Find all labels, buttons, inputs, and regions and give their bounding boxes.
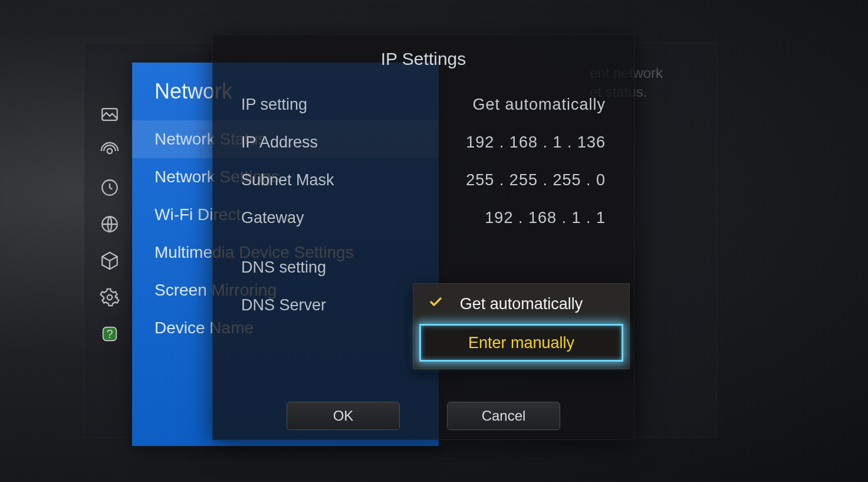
- value-ip-setting: Get automatically: [472, 96, 606, 114]
- gear-icon[interactable]: [97, 284, 123, 310]
- value-subnet-mask: 255 . 255 . 255 . 0: [466, 171, 606, 189]
- label-subnet-mask: Subnet Mask: [241, 171, 334, 189]
- dialog-title: IP Settings: [213, 49, 634, 69]
- value-gateway: 192 . 168 . 1 . 1: [485, 209, 606, 227]
- row-ip-setting[interactable]: IP setting Get automatically: [213, 86, 634, 123]
- dropdown-option-label: Enter manually: [468, 334, 574, 352]
- cube-icon[interactable]: [97, 248, 123, 274]
- picture-icon[interactable]: [97, 101, 123, 127]
- label-dns-setting: DNS setting: [241, 258, 326, 277]
- help-icon[interactable]: ?: [97, 321, 123, 347]
- clock-icon[interactable]: [97, 175, 123, 201]
- sidebar-icon-strip: ?: [92, 91, 127, 358]
- row-gateway[interactable]: Gateway 192 . 168 . 1 . 1: [213, 199, 634, 237]
- ip-settings-dialog: IP Settings IP setting Get automatically…: [212, 34, 634, 440]
- check-icon: [429, 295, 443, 313]
- svg-point-1: [107, 149, 113, 154]
- label-gateway: Gateway: [241, 209, 304, 227]
- svg-point-4: [107, 295, 113, 300]
- dropdown-option-get-automatically[interactable]: Get automatically: [419, 287, 623, 321]
- dropdown-option-enter-manually[interactable]: Enter manually: [419, 324, 623, 362]
- label-dns-server: DNS Server: [241, 296, 326, 314]
- dialog-button-row: OK Cancel: [213, 402, 634, 430]
- cancel-button[interactable]: Cancel: [447, 402, 560, 430]
- row-dns-setting[interactable]: DNS setting: [213, 248, 634, 286]
- dropdown-option-label: Get automatically: [460, 295, 583, 313]
- value-ip-address: 192 . 168 . 1 . 136: [466, 133, 606, 152]
- row-ip-address[interactable]: IP Address 192 . 168 . 1 . 136: [213, 123, 634, 161]
- label-ip-address: IP Address: [241, 133, 318, 152]
- svg-text:?: ?: [106, 327, 113, 340]
- row-subnet-mask[interactable]: Subnet Mask 255 . 255 . 255 . 0: [213, 161, 634, 199]
- label-ip-setting: IP setting: [241, 96, 307, 114]
- globe-icon[interactable]: [97, 211, 123, 237]
- broadcast-icon[interactable]: [97, 138, 123, 164]
- dns-setting-dropdown: Get automatically Enter manually: [413, 283, 630, 369]
- ok-button[interactable]: OK: [287, 402, 400, 430]
